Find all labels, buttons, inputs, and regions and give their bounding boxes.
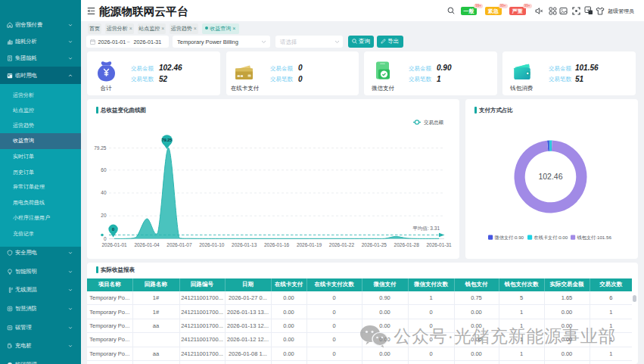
svg-text:2026-01-10: 2026-01-10	[199, 242, 225, 247]
svg-text:0: 0	[112, 227, 114, 232]
svg-text:2026-01-13: 2026-01-13	[232, 242, 257, 247]
svg-text:2026-01-19: 2026-01-19	[297, 242, 322, 247]
svg-text:钱包支付:101.56: 钱包支付:101.56	[577, 235, 612, 241]
svg-text:102.46: 102.46	[538, 172, 562, 181]
svg-text:0: 0	[104, 236, 107, 241]
svg-text:2026-01-07: 2026-01-07	[166, 242, 192, 247]
svg-text:交易总额: 交易总额	[424, 120, 444, 126]
svg-text:2026-01-22: 2026-01-22	[329, 242, 355, 247]
svg-text:40: 40	[101, 190, 107, 195]
svg-text:60: 60	[101, 167, 107, 173]
svg-text:2026-01-25: 2026-01-25	[362, 242, 387, 247]
svg-text:2026-01-01: 2026-01-01	[101, 242, 127, 247]
svg-text:2026-01-04: 2026-01-04	[134, 242, 160, 247]
svg-text:平均值: 3.31: 平均值: 3.31	[412, 226, 440, 231]
svg-text:20: 20	[101, 213, 107, 218]
svg-text:2026-01-31: 2026-01-31	[426, 242, 452, 247]
svg-text:79.25: 79.25	[162, 138, 173, 142]
svg-text:在线卡支付:0.00: 在线卡支付:0.00	[534, 235, 568, 241]
svg-text:2026-01-28: 2026-01-28	[394, 242, 420, 247]
svg-text:微信支付:0.90: 微信支付:0.90	[494, 235, 524, 241]
svg-text:79.25: 79.25	[94, 145, 107, 151]
svg-text:2026-01-16: 2026-01-16	[264, 242, 290, 247]
